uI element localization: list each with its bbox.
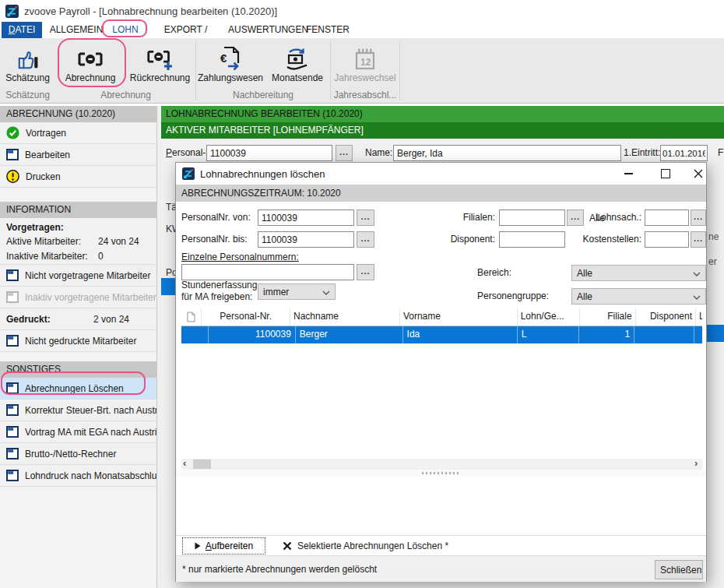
ribbon-button-monatsende[interactable]: Monatsende xyxy=(265,40,330,88)
window-icon xyxy=(6,470,19,481)
filialen-input[interactable] xyxy=(499,209,565,226)
kostenstellen-label: Kostenstellen: xyxy=(564,234,641,245)
sidebar-item-abrechnungen-loeschen[interactable]: Abrechnungen Löschen xyxy=(0,378,156,400)
table-header-row: Personal-Nr. Nachname Vorname Lohn/Ge...… xyxy=(181,308,702,326)
column-header-vorname[interactable]: Vorname xyxy=(400,308,518,326)
menu-item-auswertungen[interactable]: AUSWERTUNGEN xyxy=(228,22,301,38)
column-header-filiale[interactable]: Filiale xyxy=(580,308,636,326)
lohnsach-input[interactable] xyxy=(645,209,689,226)
personalnr-bis-browse-button[interactable]: ... xyxy=(357,231,374,248)
personalnr-input[interactable] xyxy=(206,145,332,161)
sidebar-spacer xyxy=(0,352,156,361)
svg-text:€: € xyxy=(220,51,227,65)
thumbs-up-icon xyxy=(0,40,55,71)
kostenstellen-browse-button[interactable]: ... xyxy=(691,231,706,248)
menu-item-lohn[interactable]: LOHN xyxy=(109,22,142,38)
horizontal-scrollbar[interactable]: ‹ › xyxy=(181,459,702,470)
ribbon: Schätzung Abrechnung Rückrechnung € Zahl… xyxy=(0,38,724,104)
sidebar-item-bearbeiten[interactable]: Bearbeiten xyxy=(0,144,156,166)
sidebar-item-brutto-netto[interactable]: Brutto-/Netto-Rechner xyxy=(0,443,156,465)
sidebar-item-nicht-vorgetragene[interactable]: Nicht vorgetragene Mitarbeiter xyxy=(0,265,156,287)
bg-fragment-ne: ne xyxy=(708,231,724,242)
lohnsach-label: Lohnsach.: xyxy=(564,212,641,223)
splitter-handle[interactable] xyxy=(176,470,706,477)
warning-icon xyxy=(6,170,19,183)
info-gedruckt-label: Gedruckt: xyxy=(6,314,87,325)
einzelne-personalnummern-label: Einzelne Personalnummern: xyxy=(181,252,299,262)
app-icon xyxy=(182,167,195,180)
lohnsach-browse-button[interactable]: ... xyxy=(691,209,706,226)
window-icon xyxy=(6,426,19,438)
menu-item-fenster[interactable]: FENSTER xyxy=(305,22,350,38)
ribbon-button-schaetzung[interactable]: Schätzung xyxy=(0,40,55,88)
sidebar-item-vortragen[interactable]: Vortragen xyxy=(0,122,156,144)
column-header-lohn[interactable]: Lohn/Ge... xyxy=(518,308,580,326)
eintritt-input[interactable] xyxy=(660,145,708,161)
sidebar-item-lohndruck[interactable]: Lohndruck nach Monatsabschluss xyxy=(0,465,156,487)
main-header: LOHNABRECHNUNG BEARBEITEN (10.2020) xyxy=(161,106,724,122)
close-icon[interactable] xyxy=(685,163,712,185)
stundenerfassung-dropdown[interactable]: immer xyxy=(258,283,336,300)
window-icon xyxy=(6,404,19,416)
cell-nachname: Berger xyxy=(296,326,403,343)
personalnr-bis-input[interactable] xyxy=(258,231,354,248)
scroll-right-icon[interactable]: › xyxy=(694,457,698,469)
play-icon xyxy=(195,542,201,550)
column-header-nachname[interactable]: Nachname xyxy=(290,308,400,326)
sidebar-item-inaktiv-vorgetragene: Inaktiv vorgetragene Mitarbeiter xyxy=(0,287,156,308)
sidebar-item-nicht-gedruckte[interactable]: Nicht gedruckte Mitarbeiter xyxy=(0,330,156,352)
filialen-label: Filialen: xyxy=(402,212,495,223)
calendar-12-icon: 12 xyxy=(331,40,399,71)
menu-item-allgemein[interactable]: ALLGEMEIN xyxy=(48,22,104,38)
aufbereiten-button[interactable]: Aufbereiten xyxy=(182,537,265,555)
info-vorgetragen-label: Vorgetragen: xyxy=(0,220,156,234)
personalnr-browse-button[interactable]: ... xyxy=(336,145,353,161)
bereich-dropdown[interactable]: Alle xyxy=(571,265,706,281)
dialog-period-bar: ABRECHNUNGSZEITRAUM: 10.2020 xyxy=(176,185,706,202)
disponent-label: Disponent: xyxy=(402,234,495,245)
menubar: DATEI ALLGEMEIN LOHN EXPORT / VERSAND AU… xyxy=(0,22,724,38)
bg-fragment-er: er xyxy=(708,256,724,267)
app-window: zvoove Payroll - [Lohnabrechnung bearbei… xyxy=(0,0,724,588)
delete-selected-button[interactable]: Selektierte Abrechnungen Löschen * xyxy=(283,537,448,555)
column-header-lohnsachb[interactable]: Lohnsachb... xyxy=(696,308,702,326)
menu-item-datei[interactable]: DATEI xyxy=(2,22,42,38)
maximize-icon[interactable] xyxy=(652,163,679,185)
schliessen-button[interactable]: Schließen xyxy=(655,560,703,579)
scrollbar-thumb[interactable] xyxy=(193,459,211,469)
ribbon-button-zahlungswesen[interactable]: € Zahlungswesen xyxy=(196,40,265,88)
menu-item-export-versand[interactable]: EXPORT / VERSAND xyxy=(148,22,223,38)
eintritt-label: 1.Eintritt: xyxy=(624,147,660,158)
window-icon xyxy=(6,382,19,394)
name-input[interactable] xyxy=(393,145,621,161)
ribbon-button-abrechnung[interactable]: Abrechnung xyxy=(56,40,125,88)
table-row[interactable]: 1100039 Berger Ida L 1 xyxy=(181,326,702,343)
column-header-disponent[interactable]: Disponent xyxy=(636,308,696,326)
cell-personalnr: 1100039 xyxy=(209,326,295,343)
sidebar-header: ABRECHNUNG (10.2020) xyxy=(0,106,156,122)
bereich-label: Bereich: xyxy=(477,267,511,278)
personalnr-von-browse-button[interactable]: ... xyxy=(357,209,374,226)
app-titlebar: zvoove Payroll - [Lohnabrechnung bearbei… xyxy=(0,0,724,22)
scroll-left-icon[interactable]: ‹ xyxy=(183,457,186,469)
column-header-personalnr[interactable]: Personal-Nr. xyxy=(202,308,290,326)
personalnr-von-input[interactable] xyxy=(258,209,354,226)
cell-lohn: L xyxy=(518,326,580,343)
personengruppe-dropdown[interactable]: Alle xyxy=(571,288,706,305)
dialog-action-row: Aufbereiten Selektierte Abrechnungen Lös… xyxy=(176,535,706,555)
window-icon xyxy=(6,335,19,347)
stundenerfassung-label-line1: Stundenerfassung xyxy=(181,280,257,290)
kostenstellen-input[interactable] xyxy=(645,231,689,248)
disponent-input[interactable] xyxy=(499,231,565,248)
app-icon xyxy=(5,5,19,18)
minimize-icon[interactable] xyxy=(615,163,641,185)
sidebar-item-vortrag-ma-ega[interactable]: Vortrag MA mit EGA nach Austritt xyxy=(0,421,156,443)
sidebar-item-drucken[interactable]: Drucken xyxy=(0,166,156,188)
einzelne-personalnummern-input[interactable] xyxy=(181,264,354,280)
sidebar-item-korrektur-steuer[interactable]: Korrektur Steuer-Brt. nach Austritt xyxy=(0,400,156,421)
einzelne-browse-button[interactable]: ... xyxy=(357,264,374,280)
page-icon xyxy=(181,308,202,326)
ribbon-button-rueckrechnung[interactable]: Rückrechnung xyxy=(125,40,195,88)
dialog-footer: * nur markierte Abrechnungen werden gelö… xyxy=(176,555,706,582)
ribbon-group-abrechnung: Abrechnung xyxy=(56,90,195,102)
